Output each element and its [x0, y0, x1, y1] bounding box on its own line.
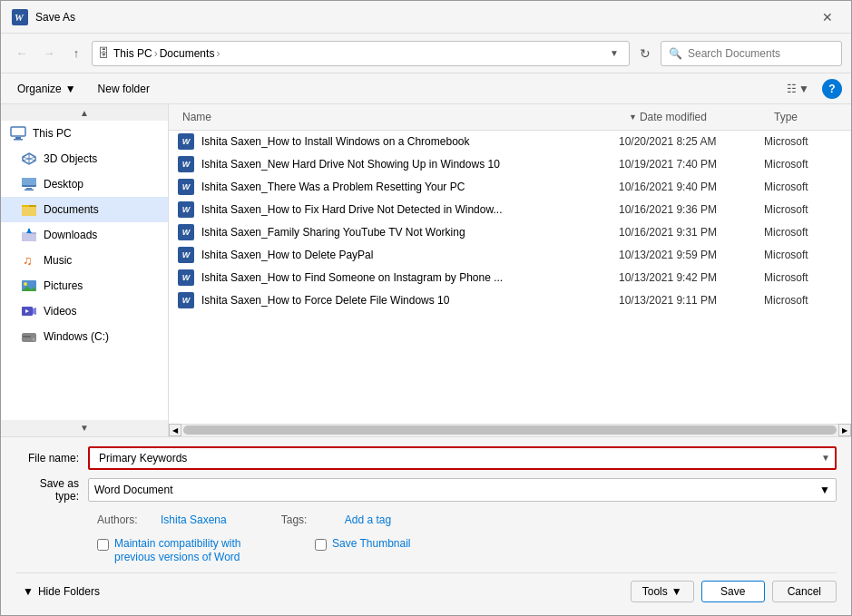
title-bar: W Save As ✕ — [1, 1, 851, 34]
back-button[interactable]: ← — [10, 42, 34, 65]
svg-rect-15 — [22, 207, 36, 216]
table-row[interactable]: W Ishita Saxen_How to Fix Hard Drive Not… — [169, 199, 851, 221]
organize-label: Organize — [17, 83, 62, 95]
hide-folders-button[interactable]: ▼ Hide Folders — [15, 582, 107, 601]
sidebar-scroll: This PC 3D Objects — [1, 121, 168, 420]
hide-folders-arrow-icon: ▼ — [23, 585, 34, 598]
view-button[interactable]: ☷ ▼ — [781, 80, 815, 98]
col-date-header[interactable]: ▼ Date modified — [624, 108, 769, 126]
main-content: ▲ This PC — [1, 104, 851, 436]
meta-row: Authors: Ishita Saxena Tags: Add a tag — [97, 510, 837, 530]
new-folder-button[interactable]: New folder — [91, 80, 157, 98]
filename-row: File name: ▼ — [15, 446, 837, 470]
downloads-label: Downloads — [44, 229, 97, 241]
svg-rect-2 — [11, 127, 25, 136]
organize-dropdown-icon: ▼ — [65, 83, 76, 95]
cancel-button[interactable]: Cancel — [772, 581, 837, 602]
organize-bar: Organize ▼ New folder ☷ ▼ ? — [1, 73, 851, 104]
sidebar-item-pictures[interactable]: Pictures — [1, 273, 168, 298]
table-row[interactable]: W Ishita Saxen_Family Sharing YouTube TV… — [169, 221, 851, 244]
svg-text:W: W — [15, 12, 24, 23]
sidebar-scroll-down[interactable]: ▼ — [1, 420, 168, 436]
file-date: 10/16/2021 9:36 PM — [615, 201, 760, 218]
word-icon: W — [178, 156, 198, 172]
table-row[interactable]: W Ishita Saxen_How to Find Someone on In… — [169, 267, 851, 289]
bottom-section: File name: ▼ Save as type: Word Document… — [1, 436, 851, 615]
table-row[interactable]: W Ishita Saxen_How to Install Windows on… — [169, 131, 851, 153]
svg-rect-18 — [22, 234, 36, 241]
file-name: Ishita Saxen_Family Sharing YouTube TV N… — [198, 224, 615, 240]
filename-input-wrapper: ▼ — [88, 446, 837, 470]
search-box: 🔍 — [661, 41, 842, 66]
filename-input[interactable] — [95, 452, 829, 464]
table-row[interactable]: W Ishita Saxen_How to Force Delete File … — [169, 289, 851, 312]
maintain-compatibility-input[interactable] — [97, 539, 109, 551]
word-icon: W — [178, 292, 198, 308]
maintain-compatibility-checkbox[interactable]: Maintain compatibility with previous ver… — [97, 537, 260, 565]
refresh-button[interactable]: ↻ — [633, 42, 657, 65]
pictures-label: Pictures — [44, 279, 83, 292]
sidebar-item-documents[interactable]: Documents — [1, 197, 168, 222]
savetype-dropdown-icon: ▼ — [819, 484, 830, 496]
file-name: Ishita Saxen_How to Force Delete File Wi… — [198, 292, 615, 308]
file-list-scroll[interactable]: W Ishita Saxen_How to Install Windows on… — [169, 131, 851, 424]
drive-icon — [21, 328, 37, 345]
horizontal-scrollbar[interactable]: ◀ ▶ — [169, 424, 851, 436]
add-tag-button[interactable]: Add a tag — [345, 513, 391, 526]
sidebar-item-music[interactable]: ♫ Music — [1, 248, 168, 273]
file-name: Ishita Saxen_How to Delete PayPal — [198, 247, 615, 263]
checkboxes-row: Maintain compatibility with previous ver… — [97, 530, 837, 572]
address-bar[interactable]: 🗄 This PC › Documents › ▼ — [92, 41, 630, 66]
col-name-header[interactable]: Name — [178, 108, 624, 126]
table-row[interactable]: W Ishita Saxen_New Hard Drive Not Showin… — [169, 153, 851, 176]
sidebar-item-this-pc[interactable]: This PC — [1, 121, 168, 146]
view-dropdown-icon: ▼ — [798, 83, 809, 95]
svg-rect-20 — [28, 229, 30, 233]
authors-value[interactable]: Ishita Saxena — [161, 513, 227, 526]
scroll-left-btn[interactable]: ◀ — [169, 424, 181, 436]
table-row[interactable]: W Ishita Saxen_There Was a Problem Reset… — [169, 176, 851, 199]
save-as-dialog: W Save As ✕ ← → ↑ 🗄 This PC › Documents … — [0, 0, 852, 616]
address-dropdown-button[interactable]: ▼ — [605, 42, 623, 65]
sidebar-scroll-up[interactable]: ▲ — [1, 104, 168, 121]
filename-label: File name: — [15, 452, 88, 464]
sidebar-item-desktop[interactable]: Desktop — [1, 171, 168, 197]
3d-objects-icon — [21, 151, 37, 167]
column-headers: Name ▼ Date modified Type — [169, 104, 851, 131]
table-row[interactable]: W Ishita Saxen_How to Delete PayPal 10/1… — [169, 244, 851, 267]
filename-dropdown-button[interactable]: ▼ — [817, 448, 835, 468]
scroll-right-btn[interactable]: ▶ — [838, 424, 851, 436]
file-date: 10/16/2021 9:40 PM — [615, 179, 760, 195]
breadcrumb-this-pc[interactable]: This PC — [113, 47, 152, 60]
this-pc-label: This PC — [33, 127, 72, 140]
svg-rect-4 — [14, 139, 23, 141]
up-button[interactable]: ↑ — [64, 42, 88, 65]
file-date: 10/19/2021 7:40 PM — [615, 156, 760, 172]
sidebar-item-videos[interactable]: Videos — [1, 298, 168, 324]
savetype-select[interactable]: Word Document ▼ — [88, 478, 837, 502]
breadcrumb-documents[interactable]: Documents — [160, 47, 215, 60]
documents-label: Documents — [44, 203, 99, 216]
sidebar: ▲ This PC — [1, 104, 169, 436]
file-name: Ishita Saxen_How to Install Windows on a… — [198, 133, 615, 150]
forward-button[interactable]: → — [37, 42, 61, 65]
save-button[interactable]: Save — [701, 581, 765, 602]
maintain-compatibility-label: Maintain compatibility with previous ver… — [114, 537, 260, 565]
navigation-toolbar: ← → ↑ 🗄 This PC › Documents › ▼ ↻ 🔍 — [1, 34, 851, 73]
sidebar-item-windows-c[interactable]: Windows (C:) — [1, 324, 168, 349]
organize-button[interactable]: Organize ▼ — [10, 80, 83, 98]
close-button[interactable]: ✕ — [815, 5, 840, 30]
col-type-header[interactable]: Type — [769, 108, 851, 126]
computer-icon: 🗄 — [98, 46, 110, 60]
search-input[interactable] — [688, 47, 834, 60]
sidebar-item-downloads[interactable]: Downloads — [1, 222, 168, 248]
desktop-icon — [21, 176, 37, 192]
file-type: Microsoft — [760, 156, 842, 172]
sidebar-item-3d-objects[interactable]: 3D Objects — [1, 146, 168, 171]
save-thumbnail-checkbox[interactable]: Save Thumbnail — [315, 537, 411, 552]
tools-button[interactable]: Tools ▼ — [631, 581, 694, 602]
col-date-sort-icon: ▼ — [629, 112, 637, 122]
save-thumbnail-input[interactable] — [315, 539, 327, 551]
word-icon: W — [178, 179, 198, 195]
help-button[interactable]: ? — [822, 79, 842, 99]
